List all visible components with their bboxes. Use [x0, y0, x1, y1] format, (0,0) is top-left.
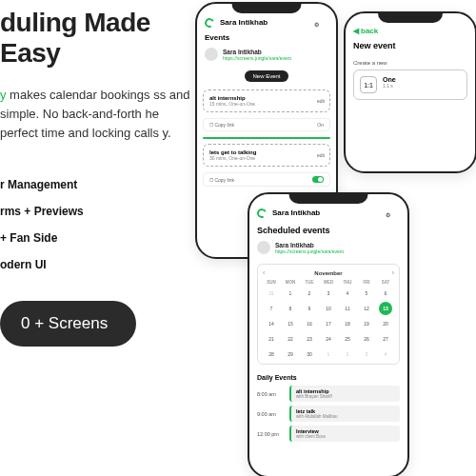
event-time: 8:00 am [257, 391, 284, 397]
calendar[interactable]: ‹ November › SUNMONTUEWEDTHUFRISAT311234… [257, 264, 400, 365]
phone-notch [232, 4, 302, 13]
progress-bar [203, 137, 330, 139]
calendar-day[interactable]: 31 [265, 287, 278, 300]
daily-event-row[interactable]: 8:00 amalt internshipwith Brayan Shariff [249, 384, 407, 404]
type-name: One [383, 76, 396, 83]
toggle-switch[interactable] [312, 176, 324, 183]
copy-link-row[interactable]: ☐ Copy link On [203, 118, 330, 131]
gear-icon[interactable]: ⚙ [314, 17, 328, 28]
calendar-day[interactable]: 10 [322, 302, 335, 315]
calendar-day[interactable]: 1 [284, 287, 297, 300]
daily-events-list: 8:00 amalt internshipwith Brayan Shariff… [249, 384, 407, 444]
calendar-day[interactable]: 16 [303, 317, 316, 330]
event-subtitle: 15 mins, One-on-One [209, 101, 324, 107]
logo-icon [204, 16, 216, 29]
type-desc: 1:1 s [383, 83, 396, 89]
user-name: Sara Intikhab [223, 49, 291, 55]
phone-notch [378, 13, 443, 23]
new-event-title: New event [346, 39, 475, 60]
calendar-day[interactable]: 28 [265, 347, 278, 361]
calendar-day[interactable]: 26 [360, 332, 373, 346]
toggle-label[interactable]: On [317, 122, 324, 128]
header-username: Sara Intikhab [272, 208, 320, 217]
calendar-day[interactable]: 15 [284, 317, 297, 330]
event-time: 12:00 pm [257, 431, 284, 437]
description: y makes calendar bookings ss and simple.… [0, 86, 200, 143]
calendar-day[interactable]: 17 [322, 317, 335, 330]
feature-item: rms + Previews [0, 198, 200, 225]
calendar-dow: FRI [358, 280, 375, 285]
calendar-day[interactable]: 24 [322, 332, 335, 346]
calendar-dow: WED [320, 280, 337, 285]
feature-list: r Managementrms + Previews+ Fan Sideoder… [0, 171, 200, 278]
calendar-day[interactable]: 25 [341, 332, 354, 346]
phone-scheduled-events: Sara Intikhab ⚙ Scheduled events Sara In… [248, 192, 409, 476]
event-card[interactable]: Interviewwith client Boss [289, 426, 400, 442]
calendar-day[interactable]: 12 [360, 302, 373, 315]
calendar-day[interactable]: 27 [379, 332, 392, 346]
calendar-day[interactable]: 7 [265, 302, 278, 315]
event-with: with client Boss [296, 434, 395, 439]
phone-showcase: Sara Intikhab ⚙ Events Sara Intikhab htt… [195, 2, 476, 476]
edit-link[interactable]: edit [317, 152, 325, 158]
prev-month-icon[interactable]: ‹ [263, 269, 265, 276]
calendar-day[interactable]: 2 [341, 347, 354, 361]
avatar [205, 48, 218, 61]
calendar-grid: SUNMONTUEWEDTHUFRISAT3112345678910111213… [263, 280, 394, 361]
edit-link[interactable]: edit [317, 98, 325, 104]
calendar-day[interactable]: 4 [341, 287, 354, 300]
calendar-day[interactable]: 4 [379, 347, 392, 361]
headline: duling Made Easy [0, 8, 200, 69]
event-card[interactable]: letz talkwith Abdallah Malibau [289, 406, 400, 422]
calendar-day[interactable]: 2 [303, 287, 316, 300]
calendar-day[interactable]: 1 [322, 347, 335, 361]
calendar-day[interactable]: 6 [379, 287, 392, 300]
user-name: Sara Intikhab [275, 242, 344, 248]
create-label: Create a new [346, 60, 475, 69]
calendar-month: November [314, 270, 342, 276]
user-link[interactable]: https://screens.jungle/sara/event [275, 248, 344, 254]
user-link[interactable]: https://screens.jungle/sara/event [223, 55, 291, 61]
calendar-day[interactable]: 8 [284, 302, 297, 315]
calendar-day[interactable]: 14 [265, 317, 278, 330]
calendar-day[interactable]: 3 [360, 347, 373, 361]
calendar-day[interactable]: 19 [360, 317, 373, 330]
event-with: with Brayan Shariff [296, 394, 395, 399]
user-row: Sara Intikhab https://screens.jungle/sar… [249, 239, 407, 260]
calendar-day[interactable]: 21 [265, 332, 278, 346]
screens-count-pill[interactable]: 0 + Screens [0, 301, 136, 347]
gear-icon[interactable]: ⚙ [386, 208, 400, 218]
calendar-day[interactable]: 30 [303, 347, 316, 361]
calendar-dow: SAT [377, 280, 394, 285]
calendar-dow: TUE [301, 280, 318, 285]
calendar-day[interactable]: 22 [284, 332, 297, 346]
event-card[interactable]: alt internship 15 mins, One-on-One edit [203, 89, 330, 112]
user-row: Sara Intikhab https://screens.jungle/sar… [197, 46, 336, 67]
new-event-button[interactable]: New Event [245, 70, 288, 82]
calendar-dow: SUN [263, 280, 280, 285]
logo-icon [256, 207, 268, 219]
daily-event-row[interactable]: 9:00 amletz talkwith Abdallah Malibau [249, 404, 407, 424]
calendar-day[interactable]: 13 [379, 302, 392, 315]
daily-event-row[interactable]: 12:00 pmInterviewwith client Boss [249, 424, 407, 444]
calendar-day[interactable]: 3 [322, 287, 335, 300]
calendar-day[interactable]: 20 [379, 317, 392, 330]
event-card[interactable]: alt internshipwith Brayan Shariff [289, 386, 400, 402]
event-subtitle: 30 mins, One-on-One [209, 155, 324, 161]
calendar-day[interactable]: 9 [303, 302, 316, 315]
calendar-day[interactable]: 29 [284, 347, 297, 361]
copy-link-row[interactable]: ☐ Copy link [203, 172, 330, 187]
event-card[interactable]: lets get to talking 30 mins, One-on-One … [203, 144, 330, 167]
event-time: 9:00 am [257, 411, 284, 417]
calendar-day[interactable]: 5 [360, 287, 373, 300]
calendar-day[interactable]: 23 [303, 332, 316, 346]
calendar-dow: THU [339, 280, 356, 285]
one-on-one-icon: 1:1 [360, 76, 377, 93]
feature-item: + Fan Side [0, 225, 200, 251]
event-type-card[interactable]: 1:1 One 1:1 s [353, 69, 467, 100]
feature-item: r Management [0, 171, 200, 198]
next-month-icon[interactable]: › [392, 269, 394, 276]
calendar-day[interactable]: 18 [341, 317, 354, 330]
feature-item: odern UI [0, 251, 200, 278]
calendar-day[interactable]: 11 [341, 302, 354, 315]
